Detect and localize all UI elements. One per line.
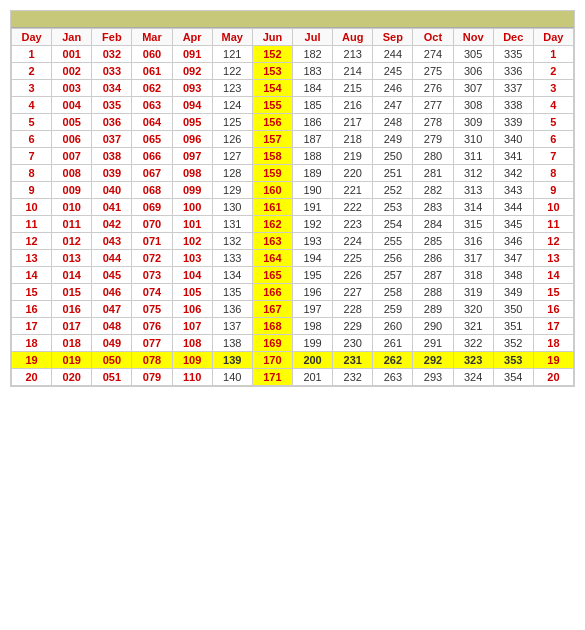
cell-aug-13: 225 (333, 250, 373, 267)
cell-jul-17: 198 (292, 318, 332, 335)
cell-sep-7: 250 (373, 148, 413, 165)
cell-aug-15: 227 (333, 284, 373, 301)
cell-jan-19: 019 (52, 352, 92, 369)
cell-aug-9: 221 (333, 182, 373, 199)
table-row: 2002005107911014017120123226329332435420 (12, 369, 574, 386)
cell-jun-4: 155 (252, 97, 292, 114)
cell-mar-1: 060 (132, 46, 172, 63)
cell-jul-8: 189 (292, 165, 332, 182)
cell-day-18: 18 (533, 335, 573, 352)
cell-dec-19: 353 (493, 352, 533, 369)
header-jul: Jul (292, 29, 332, 46)
cell-feb-15: 046 (92, 284, 132, 301)
cell-jun-15: 166 (252, 284, 292, 301)
cell-feb-4: 035 (92, 97, 132, 114)
cell-apr-5: 095 (172, 114, 212, 131)
cell-mar-8: 067 (132, 165, 172, 182)
calendar-title (11, 11, 574, 28)
cell-may-3: 123 (212, 80, 252, 97)
cell-nov-3: 307 (453, 80, 493, 97)
cell-jul-19: 200 (292, 352, 332, 369)
cell-jan-5: 005 (52, 114, 92, 131)
cell-jun-16: 167 (252, 301, 292, 318)
table-row: 1301304407210313316419422525628631734713 (12, 250, 574, 267)
cell-apr-3: 093 (172, 80, 212, 97)
cell-jul-15: 196 (292, 284, 332, 301)
cell-apr-17: 107 (172, 318, 212, 335)
cell-aug-10: 222 (333, 199, 373, 216)
cell-jul-16: 197 (292, 301, 332, 318)
cell-oct-5: 278 (413, 114, 453, 131)
cell-dec-14: 348 (493, 267, 533, 284)
cell-dec-17: 351 (493, 318, 533, 335)
cell-dec-3: 337 (493, 80, 533, 97)
cell-day-11: 11 (12, 216, 52, 233)
cell-day-2: 2 (533, 63, 573, 80)
cell-feb-2: 033 (92, 63, 132, 80)
cell-apr-18: 108 (172, 335, 212, 352)
cell-aug-7: 219 (333, 148, 373, 165)
cell-sep-1: 244 (373, 46, 413, 63)
cell-jun-5: 156 (252, 114, 292, 131)
cell-aug-12: 224 (333, 233, 373, 250)
cell-feb-9: 040 (92, 182, 132, 199)
cell-oct-19: 292 (413, 352, 453, 369)
cell-nov-16: 320 (453, 301, 493, 318)
calendar-table: Day Jan Feb Mar Apr May Jun Jul Aug Sep … (11, 28, 574, 386)
cell-sep-8: 251 (373, 165, 413, 182)
table-row: 90090400680991291601902212522823133439 (12, 182, 574, 199)
cell-jan-16: 016 (52, 301, 92, 318)
cell-may-11: 131 (212, 216, 252, 233)
cell-mar-7: 066 (132, 148, 172, 165)
cell-oct-10: 283 (413, 199, 453, 216)
cell-sep-3: 246 (373, 80, 413, 97)
cell-may-17: 137 (212, 318, 252, 335)
cell-may-9: 129 (212, 182, 252, 199)
cell-dec-20: 354 (493, 369, 533, 386)
header-jan: Jan (52, 29, 92, 46)
cell-mar-19: 078 (132, 352, 172, 369)
cell-apr-7: 097 (172, 148, 212, 165)
cell-apr-1: 091 (172, 46, 212, 63)
cell-dec-1: 335 (493, 46, 533, 63)
cell-feb-16: 047 (92, 301, 132, 318)
cell-jun-10: 161 (252, 199, 292, 216)
cell-jun-20: 171 (252, 369, 292, 386)
cell-jun-13: 164 (252, 250, 292, 267)
cell-mar-14: 073 (132, 267, 172, 284)
cell-jun-3: 154 (252, 80, 292, 97)
header-sep: Sep (373, 29, 413, 46)
cell-jan-14: 014 (52, 267, 92, 284)
table-row: 10010320600911211521822132442743053351 (12, 46, 574, 63)
cell-day-13: 13 (533, 250, 573, 267)
cell-may-10: 130 (212, 199, 252, 216)
cell-jul-5: 186 (292, 114, 332, 131)
table-row: 1201204307110213216319322425528531634612 (12, 233, 574, 250)
cell-feb-10: 041 (92, 199, 132, 216)
table-row: 1801804907710813816919923026129132235218 (12, 335, 574, 352)
cell-feb-5: 036 (92, 114, 132, 131)
cell-mar-4: 063 (132, 97, 172, 114)
cell-day-4: 4 (533, 97, 573, 114)
cell-apr-9: 099 (172, 182, 212, 199)
cell-jan-1: 001 (52, 46, 92, 63)
table-row: 50050360640951251561862172482783093395 (12, 114, 574, 131)
cell-apr-14: 104 (172, 267, 212, 284)
cell-oct-14: 287 (413, 267, 453, 284)
cell-day-10: 10 (533, 199, 573, 216)
header-row: Day Jan Feb Mar Apr May Jun Jul Aug Sep … (12, 29, 574, 46)
cell-aug-11: 223 (333, 216, 373, 233)
cell-nov-15: 319 (453, 284, 493, 301)
cell-apr-2: 092 (172, 63, 212, 80)
cell-jun-8: 159 (252, 165, 292, 182)
cell-aug-4: 216 (333, 97, 373, 114)
cell-nov-19: 323 (453, 352, 493, 369)
cell-jan-4: 004 (52, 97, 92, 114)
cell-feb-3: 034 (92, 80, 132, 97)
cell-may-6: 126 (212, 131, 252, 148)
cell-day-9: 9 (533, 182, 573, 199)
header-dec: Dec (493, 29, 533, 46)
cell-jun-1: 152 (252, 46, 292, 63)
cell-oct-11: 284 (413, 216, 453, 233)
cell-oct-2: 275 (413, 63, 453, 80)
